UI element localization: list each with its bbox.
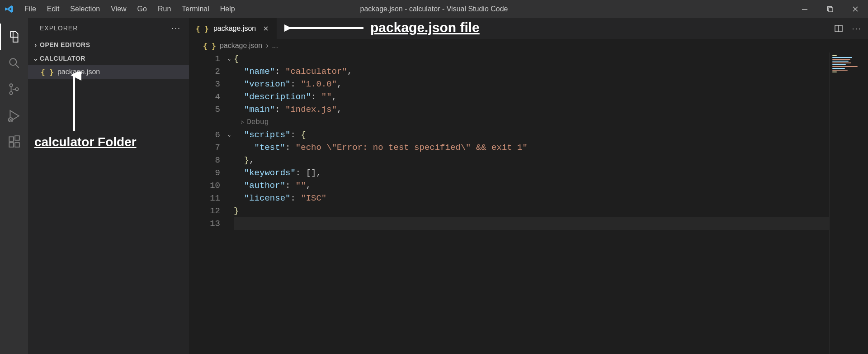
activity-bar xyxy=(0,18,28,354)
code-line[interactable]: "test": "echo \"Error: no test specified… xyxy=(234,141,829,154)
chevron-right-icon: › xyxy=(32,41,40,48)
file-tree-item[interactable]: { } package.json xyxy=(28,65,189,79)
menu-item-file[interactable]: File xyxy=(19,0,42,18)
code-line[interactable]: "scripts": { xyxy=(234,129,829,141)
svg-line-4 xyxy=(15,64,19,68)
activity-explorer[interactable] xyxy=(0,24,28,50)
minimap[interactable] xyxy=(829,53,868,354)
code-line[interactable]: "author": "", xyxy=(234,179,829,192)
code-line[interactable]: }, xyxy=(234,154,829,167)
menu-item-view[interactable]: View xyxy=(105,0,132,18)
svg-rect-2 xyxy=(829,8,833,12)
code-line[interactable]: { xyxy=(234,53,829,65)
editor-more-button[interactable]: ··· xyxy=(852,24,862,33)
split-editor-button[interactable] xyxy=(834,24,844,33)
files-icon xyxy=(7,30,21,43)
line-number-gutter: 12345678910111213 xyxy=(189,53,225,354)
folder-section[interactable]: ⌄ CALCULATOR xyxy=(28,52,189,65)
window-title: package.json - calculator - Visual Studi… xyxy=(360,5,508,13)
tab-bar: { } package.json ··· xyxy=(189,18,868,39)
code-line[interactable]: } xyxy=(234,205,829,217)
folder-label: CALCULATOR xyxy=(40,55,85,62)
search-icon xyxy=(7,56,21,70)
git-icon xyxy=(7,82,21,96)
activity-search[interactable] xyxy=(0,50,28,76)
fold-chevron-icon[interactable]: ⌄ xyxy=(227,53,231,65)
extensions-icon xyxy=(7,135,21,148)
editor[interactable]: 12345678910111213 ⌄⌄ { "name": "calculat… xyxy=(189,53,868,354)
breadcrumb[interactable]: { } package.json › ... xyxy=(189,39,868,53)
code-line[interactable]: "description": "", xyxy=(234,91,829,103)
svg-rect-11 xyxy=(15,143,19,147)
window-controls xyxy=(792,0,868,18)
breadcrumb-file: package.json xyxy=(220,42,262,50)
window-close-button[interactable] xyxy=(843,0,868,18)
editor-area: { } package.json ··· { } package.json › … xyxy=(189,18,868,354)
svg-point-3 xyxy=(9,58,16,65)
code-line[interactable] xyxy=(234,217,829,230)
json-file-icon: { } xyxy=(203,42,216,50)
menu-item-help[interactable]: Help xyxy=(215,0,241,18)
svg-point-7 xyxy=(15,88,18,91)
open-editors-section[interactable]: › OPEN EDITORS xyxy=(28,38,189,52)
vscode-logo-icon xyxy=(5,5,14,14)
open-editors-label: OPEN EDITORS xyxy=(40,41,90,48)
window-maximize-button[interactable] xyxy=(817,0,843,18)
tab-package-json[interactable]: { } package.json xyxy=(189,18,277,39)
json-file-icon: { } xyxy=(41,68,54,77)
title-bar: FileEditSelectionViewGoRunTerminalHelp p… xyxy=(0,0,868,18)
code-line[interactable]: "name": "calculator", xyxy=(234,65,829,78)
breadcrumb-tail: ... xyxy=(272,42,278,50)
debug-icon xyxy=(7,109,21,122)
chevron-down-icon: ⌄ xyxy=(32,55,40,62)
tab-label: package.json xyxy=(213,24,256,33)
activity-source-control[interactable] xyxy=(0,76,28,102)
explorer-title: EXPLORER xyxy=(40,24,78,32)
menu-item-selection[interactable]: Selection xyxy=(65,0,105,18)
side-bar: EXPLORER ··· › OPEN EDITORS ⌄ CALCULATOR… xyxy=(28,18,189,354)
code-content[interactable]: { "name": "calculator", "version": "1.0.… xyxy=(234,53,829,354)
code-line[interactable]: "keywords": [], xyxy=(234,167,829,179)
svg-point-5 xyxy=(9,84,12,86)
code-line[interactable]: "main": "index.js", xyxy=(234,103,829,116)
code-line[interactable]: "license": "ISC" xyxy=(234,192,829,205)
tab-close-button[interactable] xyxy=(261,24,270,33)
chevron-right-icon: › xyxy=(266,42,268,50)
code-line[interactable]: "version": "1.0.0", xyxy=(234,78,829,91)
menu-item-terminal[interactable]: Terminal xyxy=(176,0,214,18)
svg-rect-10 xyxy=(9,143,14,147)
activity-extensions[interactable] xyxy=(0,129,28,155)
activity-run-debug[interactable] xyxy=(0,102,28,129)
play-icon: ▷ xyxy=(241,116,244,129)
fold-chevron-icon[interactable]: ⌄ xyxy=(227,129,231,141)
svg-rect-9 xyxy=(9,137,14,141)
svg-rect-12 xyxy=(15,136,19,140)
window-minimize-button[interactable] xyxy=(792,0,817,18)
menu-item-edit[interactable]: Edit xyxy=(42,0,65,18)
json-file-icon: { } xyxy=(196,24,209,33)
menu-item-run[interactable]: Run xyxy=(152,0,176,18)
svg-point-6 xyxy=(9,91,12,94)
menu-bar: FileEditSelectionViewGoRunTerminalHelp xyxy=(19,0,241,18)
debug-code-lens[interactable]: ▷Debug xyxy=(234,116,829,129)
fold-gutter: ⌄⌄ xyxy=(225,53,234,354)
svg-rect-0 xyxy=(802,9,807,10)
file-name-label: package.json xyxy=(57,68,100,76)
menu-item-go[interactable]: Go xyxy=(132,0,152,18)
explorer-more-button[interactable]: ··· xyxy=(169,22,184,35)
